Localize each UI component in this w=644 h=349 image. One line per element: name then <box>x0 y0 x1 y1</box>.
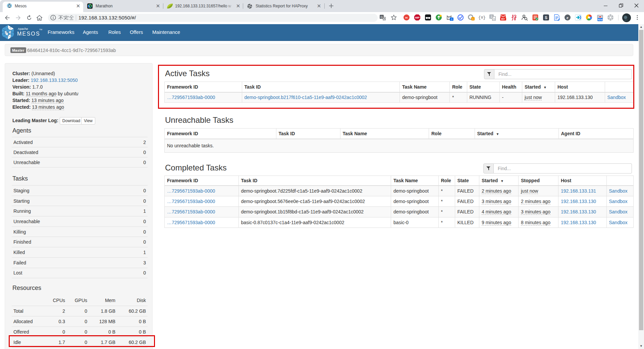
svg-text:G: G <box>380 15 383 19</box>
svg-text:G: G <box>493 17 495 20</box>
svg-text:∞: ∞ <box>405 15 408 19</box>
svg-text:S: S <box>545 15 547 20</box>
svg-text:99+: 99+ <box>501 17 505 20</box>
svg-text:ABP: ABP <box>415 16 420 19</box>
svg-text:1: 1 <box>451 18 452 21</box>
svg-text:e: e <box>567 15 569 20</box>
svg-text:1: 1 <box>472 17 474 20</box>
svg-text:New: New <box>598 18 603 21</box>
